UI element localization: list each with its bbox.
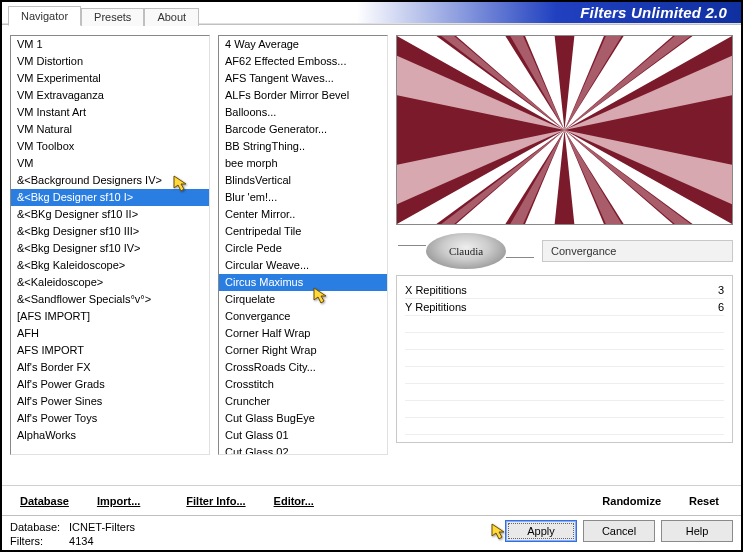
param-empty-rows — [405, 316, 724, 435]
category-item[interactable]: VM 1 — [11, 36, 209, 53]
filter-item[interactable]: Cut Glass 02 — [219, 444, 387, 455]
category-item[interactable]: VM — [11, 155, 209, 172]
category-item[interactable]: Alf's Power Toys — [11, 410, 209, 427]
param-row[interactable]: Y Repititions 6 — [405, 299, 724, 316]
randomize-button[interactable]: Randomize — [588, 491, 675, 511]
category-item[interactable]: &<Bkg Designer sf10 I> — [11, 189, 209, 206]
filter-item[interactable]: BB StringThing.. — [219, 138, 387, 155]
apply-button[interactable]: Apply — [505, 520, 577, 542]
preview-image — [397, 36, 732, 224]
category-item[interactable]: AFS IMPORT — [11, 342, 209, 359]
filter-item[interactable]: bee morph — [219, 155, 387, 172]
filter-listbox[interactable]: 4 Way AverageAF62 Effected Emboss...AFS … — [218, 35, 388, 455]
import-button[interactable]: Import... — [87, 491, 150, 511]
cancel-button[interactable]: Cancel — [583, 520, 655, 542]
filter-item[interactable]: Centripedal Tile — [219, 223, 387, 240]
category-item[interactable]: &<BKg Designer sf10 II> — [11, 206, 209, 223]
category-item[interactable]: VM Distortion — [11, 53, 209, 70]
app-title: Filters Unlimited 2.0 — [580, 4, 727, 21]
tab-strip: Navigator Presets About — [8, 6, 199, 26]
category-item[interactable]: &<Bkg Designer sf10 III> — [11, 223, 209, 240]
filter-item[interactable]: CrossRoads City... — [219, 359, 387, 376]
selected-filter-name: Convergance — [542, 240, 733, 262]
status-db-value: ICNET-Filters — [69, 521, 135, 533]
filter-item[interactable]: Cut Glass 01 — [219, 427, 387, 444]
param-value: 6 — [718, 301, 724, 313]
status-filters-value: 4134 — [69, 535, 93, 547]
tab-navigator[interactable]: Navigator — [8, 6, 81, 26]
filter-item[interactable]: Circus Maximus — [219, 274, 387, 291]
param-value: 3 — [718, 284, 724, 296]
filter-item[interactable]: Corner Half Wrap — [219, 325, 387, 342]
filter-item[interactable]: 4 Way Average — [219, 36, 387, 53]
editor-button[interactable]: Editor... — [264, 491, 324, 511]
help-button[interactable]: Help — [661, 520, 733, 542]
parameters-panel: X Repititions 3 Y Repititions 6 — [396, 275, 733, 443]
filter-item[interactable]: Circle Pede — [219, 240, 387, 257]
category-item[interactable]: VM Natural — [11, 121, 209, 138]
preview-panel — [396, 35, 733, 225]
category-item[interactable]: [AFS IMPORT] — [11, 308, 209, 325]
param-label: Y Repititions — [405, 301, 467, 313]
category-item[interactable]: Alf's Border FX — [11, 359, 209, 376]
category-item[interactable]: &<Bkg Kaleidoscope> — [11, 257, 209, 274]
main-area: VM 1VM DistortionVM ExperimentalVM Extra… — [2, 24, 741, 485]
filter-item[interactable]: AFS Tangent Waves... — [219, 70, 387, 87]
category-item[interactable]: AlphaWorks — [11, 427, 209, 444]
reset-button[interactable]: Reset — [675, 491, 733, 511]
title-band: Navigator Presets About Filters Unlimite… — [2, 2, 741, 24]
filter-item[interactable]: Corner Right Wrap — [219, 342, 387, 359]
category-item[interactable]: &<Sandflower Specials°v°> — [11, 291, 209, 308]
logo-disc: Claudia — [426, 233, 506, 269]
filter-item[interactable]: Cruncher — [219, 393, 387, 410]
category-item[interactable]: VM Toolbox — [11, 138, 209, 155]
filter-item[interactable]: Convergance — [219, 308, 387, 325]
category-item[interactable]: AFH — [11, 325, 209, 342]
category-item[interactable]: VM Experimental — [11, 70, 209, 87]
param-label: X Repititions — [405, 284, 467, 296]
filter-item[interactable]: ALFs Border Mirror Bevel — [219, 87, 387, 104]
category-item[interactable]: VM Instant Art — [11, 104, 209, 121]
status-filters-label: Filters: — [10, 534, 66, 548]
status-bar: Database: ICNET-Filters Filters: 4134 Ap… — [2, 515, 741, 550]
category-item[interactable]: &<Kaleidoscope> — [11, 274, 209, 291]
category-listbox[interactable]: VM 1VM DistortionVM ExperimentalVM Extra… — [10, 35, 210, 455]
filter-item[interactable]: Blur 'em!... — [219, 189, 387, 206]
tab-about[interactable]: About — [144, 8, 199, 26]
filter-item[interactable]: BlindsVertical — [219, 172, 387, 189]
filter-item[interactable]: Center Mirror.. — [219, 206, 387, 223]
category-item[interactable]: &<Bkg Designer sf10 IV> — [11, 240, 209, 257]
category-item[interactable]: &<Background Designers IV> — [11, 172, 209, 189]
status-db-label: Database: — [10, 520, 66, 534]
category-item[interactable]: Alf's Power Grads — [11, 376, 209, 393]
filter-info-button[interactable]: Filter Info... — [176, 491, 255, 511]
filter-item[interactable]: Barcode Generator... — [219, 121, 387, 138]
database-button[interactable]: Database — [10, 491, 79, 511]
category-item[interactable]: Alf's Power Sines — [11, 393, 209, 410]
category-item[interactable]: VM Extravaganza — [11, 87, 209, 104]
tab-presets[interactable]: Presets — [81, 8, 144, 26]
filter-item[interactable]: Balloons... — [219, 104, 387, 121]
filter-item[interactable]: AF62 Effected Emboss... — [219, 53, 387, 70]
filter-item[interactable]: Circular Weave... — [219, 257, 387, 274]
bottom-toolbar: Database Import... Filter Info... Editor… — [2, 485, 741, 515]
filter-item[interactable]: Cirquelate — [219, 291, 387, 308]
filter-item[interactable]: Cut Glass BugEye — [219, 410, 387, 427]
filter-item[interactable]: Crosstitch — [219, 376, 387, 393]
logo-area: Claudia — [396, 233, 536, 269]
param-row[interactable]: X Repititions 3 — [405, 282, 724, 299]
